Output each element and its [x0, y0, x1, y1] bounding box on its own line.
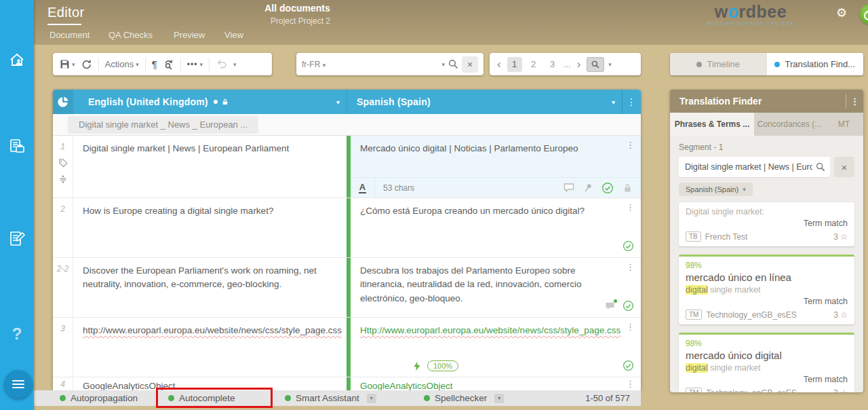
target-cell[interactable]: Mercado único digital | Noticias | Parla… — [351, 136, 641, 198]
confirm-check-icon[interactable] — [623, 300, 634, 312]
segment-menu-kebab[interactable]: ⋮ — [626, 203, 635, 212]
finder-search-input[interactable] — [679, 157, 830, 177]
menu-view[interactable]: View — [224, 30, 243, 40]
target-text[interactable]: GoogleAnalyticsObject — [351, 377, 641, 390]
match-score-badge[interactable]: 100% — [427, 360, 458, 371]
undo-history-dropdown[interactable]: ▾ — [233, 61, 237, 68]
tab-concordances[interactable]: Concordances (... — [754, 113, 825, 136]
match-result-card[interactable]: 98% mercado único digital digital single… — [679, 333, 854, 392]
segment-row-2: 2 How is Europe creating a digital singl… — [53, 198, 641, 258]
refresh-button[interactable] — [81, 59, 92, 70]
hamburger-menu-button[interactable] — [4, 370, 33, 398]
source-cell[interactable]: Digital single market | News | European … — [73, 136, 347, 198]
editor-icon[interactable] — [0, 229, 34, 248]
split-segment-icon[interactable] — [53, 174, 73, 184]
text-format-button[interactable]: A — [351, 178, 375, 198]
pin-icon[interactable] — [583, 183, 593, 193]
user-avatar[interactable] — [860, 4, 868, 24]
goto-page-button[interactable] — [587, 57, 604, 72]
tab-mt[interactable]: MT — [825, 113, 863, 136]
confirm-check-icon[interactable] — [623, 240, 634, 252]
smart-assistant-toggle[interactable]: Smart Assistant ▾ — [285, 390, 376, 406]
search-input[interactable] — [329, 56, 438, 73]
tag-icon[interactable] — [53, 158, 73, 168]
target-text[interactable]: Descubra los trabajos del Parlamento Eur… — [351, 258, 641, 305]
highlighted-term: digital — [686, 363, 708, 373]
comment-icon[interactable] — [564, 183, 574, 193]
page-3-button[interactable]: 3 — [545, 57, 560, 72]
target-cell[interactable]: GoogleAnalyticsObject ⋮ — [351, 377, 641, 390]
page-1-button[interactable]: 1 — [507, 57, 522, 72]
lock-icon[interactable] — [623, 183, 633, 193]
next-page-button[interactable]: › — [575, 58, 583, 70]
autopropagation-toggle[interactable]: Autopropagation — [60, 390, 138, 406]
segment-menu-kebab[interactable]: ⋮ — [626, 322, 635, 331]
star-rating[interactable]: 3 ☆ — [833, 232, 848, 242]
search-language-selector[interactable]: fr-FR ▾ — [302, 60, 326, 69]
source-cell[interactable]: How is Europe creating a digital single … — [73, 198, 347, 257]
target-text[interactable]: ¿Cómo está Europa creando un mercado úni… — [351, 198, 641, 218]
segment-menu-kebab[interactable]: ⋮ — [626, 263, 635, 272]
source-cell[interactable]: Discover the European Parliament's work … — [73, 258, 347, 317]
projects-icon[interactable] — [0, 138, 34, 155]
spellchecker-dropdown[interactable]: ▾ — [494, 394, 504, 403]
tab-phrases-terms[interactable]: Phrases & Terms ... — [670, 113, 754, 136]
match-result-card[interactable]: Digital single market: Term match TB Fre… — [679, 202, 854, 246]
star-rating[interactable]: 3 ☆ — [833, 310, 848, 320]
wordbee-logo[interactable]: wordbee BUZZING OUTSIDE THE BOX — [700, 3, 802, 26]
undo-button[interactable] — [216, 59, 227, 69]
star-rating[interactable]: 3 ☆ — [833, 388, 848, 393]
target-cell[interactable]: Descubra los trabajos del Parlamento Eur… — [351, 258, 641, 317]
autocomplete-toggle[interactable]: Autocomplete — [168, 390, 235, 406]
search-button[interactable] — [448, 59, 458, 69]
more-options-dropdown[interactable]: ••• ▾ — [187, 60, 203, 69]
prev-page-button[interactable]: ‹ — [495, 58, 503, 70]
save-button[interactable]: ▾ — [60, 59, 75, 69]
columns-menu-kebab[interactable]: ⋮ — [622, 90, 640, 114]
source-cell[interactable]: http://www.europarl.europa.eu/website/ne… — [73, 318, 347, 377]
search-options-dropdown[interactable]: ▾ — [441, 61, 445, 68]
finder-search — [679, 157, 830, 177]
menu-preview[interactable]: Preview — [174, 30, 205, 40]
gear-icon[interactable]: ⚙ — [836, 5, 847, 20]
confirm-check-icon[interactable] — [601, 182, 614, 194]
menu-document[interactable]: Document — [50, 30, 90, 40]
clear-search-button[interactable]: × — [462, 56, 478, 73]
timeline-toggle[interactable]: Timeline — [670, 53, 767, 75]
home-icon[interactable] — [0, 52, 34, 69]
comment-icon[interactable] — [605, 301, 615, 311]
finder-menu-kebab[interactable]: ⋮ — [846, 94, 863, 109]
translation-finder-toggle[interactable]: Translation Find... — [767, 53, 864, 75]
show-formatting-button[interactable]: ¶ — [152, 58, 157, 70]
actions-dropdown[interactable]: Actions ▾ — [105, 59, 139, 69]
target-column-dropdown[interactable]: ▾ — [612, 98, 615, 106]
spellchecker-toggle[interactable]: Spellchecker ▾ — [424, 390, 504, 406]
help-icon[interactable]: ? — [0, 324, 34, 343]
search-icon[interactable] — [816, 162, 825, 172]
document-scope-selector[interactable]: All documents▾ Project Project 2 — [239, 3, 361, 26]
target-cell[interactable]: ¿Cómo está Europa creando un mercado úni… — [351, 198, 641, 257]
target-language-header[interactable]: Spanish (Spain) ▾ — [347, 90, 622, 114]
page-2-button[interactable]: 2 — [526, 57, 541, 72]
smart-assistant-dropdown[interactable]: ▾ — [367, 394, 376, 403]
segment-editor-panel: English (United Kingdom) ▾ Spanish (Spai… — [53, 90, 641, 390]
menu-qa-checks[interactable]: QA Checks — [108, 30, 153, 40]
segment-menu-kebab[interactable]: ⋮ — [626, 141, 635, 149]
search-replace-button[interactable] — [163, 59, 174, 70]
document-tab[interactable]: Digital single market _ News _ European … — [68, 116, 258, 134]
segment-menu-kebab[interactable]: ⋮ — [626, 379, 635, 388]
source-column-dropdown[interactable]: ▾ — [336, 98, 340, 106]
source-language-header[interactable]: English (United Kingdom) ▾ — [73, 90, 347, 114]
finder-language-selector[interactable]: Spanish (Spain) ▾ — [679, 183, 753, 196]
statistics-button[interactable] — [53, 90, 73, 114]
target-cell[interactable]: Http://www.europarl.europa.eu/website/ne… — [351, 318, 641, 377]
target-text[interactable]: Http://www.europarl.europa.eu/website/ne… — [351, 318, 641, 337]
source-cell[interactable]: GoogleAnalyticsObject — [73, 377, 347, 390]
finder-clear-button[interactable]: × — [834, 157, 854, 177]
confirm-check-icon[interactable] — [623, 360, 634, 371]
pagination-options-dropdown[interactable]: ▾ — [608, 61, 612, 68]
pages-ellipsis: ... — [564, 60, 571, 69]
timeline-dot-icon — [696, 62, 702, 67]
match-result-card[interactable]: 98% mercado único en línea digital singl… — [679, 255, 854, 324]
target-text[interactable]: Mercado único digital | Noticias | Parla… — [351, 136, 641, 155]
